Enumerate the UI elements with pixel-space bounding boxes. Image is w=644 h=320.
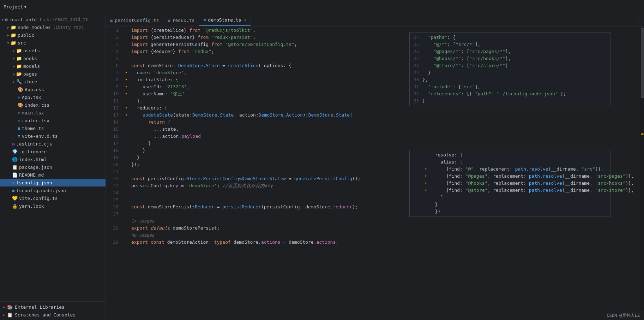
popup-line-number: 30 (410, 76, 422, 83)
scratches-label: Scratches and Consoles (15, 312, 76, 318)
popup-vite-gutter: 🔸 (422, 187, 429, 194)
tsx-file-icon: ⚛ (18, 118, 20, 123)
sidebar-item-readme[interactable]: 📄 README.md (0, 171, 106, 179)
editor-vertical-scrollbar[interactable] (640, 27, 644, 311)
sidebar-item-models[interactable]: ▶ 📁 models (0, 62, 106, 70)
sidebar-item-app-tsx[interactable]: ⚛ App.tsx (0, 93, 106, 101)
sidebar-item-public[interactable]: ▶ 📁 public (0, 31, 106, 39)
line-number: 25 (106, 196, 123, 203)
line-content: return { (130, 119, 170, 126)
popup-vite-line-6: 🔸 {find: "@store", replacement: path.res… (410, 187, 610, 194)
project-label[interactable]: Project ▼ (4, 4, 26, 10)
sidebar-item-vite-env[interactable]: ≡ vite-env.d.ts (0, 132, 106, 140)
tsx-file-icon: ⚛ (18, 95, 20, 100)
line-number: 5 (106, 55, 123, 62)
sidebar-item-scratches[interactable]: ▶ 📋 Scratches and Consoles (0, 311, 106, 319)
popup-vite-line-9: }) (410, 208, 610, 215)
tree-item-label: index.css (25, 102, 49, 108)
sidebar-item-eslintrc[interactable]: ⚙ .eslintrc.cjs (0, 140, 106, 148)
popup-line-content: "paths": { (422, 34, 456, 41)
line-number: 23 (106, 182, 123, 189)
json-file-icon: 📋 (12, 165, 18, 170)
tree-item-label: yarn.lock (19, 203, 44, 209)
popup-line-content: "@pages/*": ["src/pages/*"], (422, 48, 511, 55)
tree-arrow-icon: ▶ (13, 80, 15, 84)
folder-icon: 📁 (11, 40, 16, 46)
tree-arrow-icon: ▶ (13, 57, 15, 60)
usage-hint-29: no usages (106, 232, 640, 239)
line-number: 12 (106, 105, 123, 112)
tree-item-label: assets (23, 48, 40, 53)
tree-item-label: node_modules (18, 25, 51, 30)
sidebar-item-react-antd-ts[interactable]: ▼ ⚙ react_antd_ts E:\react_antd_ts (0, 16, 106, 23)
popup-line-33: 33 } (410, 97, 610, 105)
tree-item-label: tsconfig.json (16, 180, 52, 185)
line-content: initialState: { (130, 76, 178, 83)
project-title-text: Project (4, 4, 23, 10)
sidebar-item-package-json[interactable]: 📋 package.json (0, 163, 106, 171)
folder-purple-icon: 📁 (16, 48, 22, 53)
sidebar-item-app-css[interactable]: 🎨 App.css (0, 85, 106, 93)
tree-item-label: theme.ts (22, 126, 44, 131)
folder-icon: 📁 (11, 25, 16, 30)
sidebar-item-theme-ts[interactable]: ≡ theme.ts (0, 124, 106, 132)
sidebar-item-tsconfig-json[interactable]: ≡ tsconfig.json (0, 179, 106, 186)
code-line-28: 28 export default demoStorePersist; (106, 225, 640, 232)
sidebar-item-pages[interactable]: ▶ 📂 pages (0, 70, 106, 78)
line-content: name: 'demoStore', (130, 69, 187, 76)
sidebar-tree[interactable]: ▼ ⚙ react_antd_ts E:\react_antd_ts ▶ 📁 n… (0, 14, 106, 301)
tab-demo-store[interactable]: ≡ demoStore.ts ✕ (199, 14, 251, 27)
scrollbar-thumb[interactable] (641, 28, 644, 98)
external-libs-label: External Libraries (15, 304, 65, 310)
popup-vite-content: resolve: { alias: [ 🔸 {find: "@", replac… (410, 150, 610, 217)
sidebar-item-yarn-lock[interactable]: 🔒 yarn.lock (0, 202, 106, 210)
tree-item-label: tsconfig.node.json (16, 188, 66, 193)
line-content: ...state, (130, 126, 179, 133)
line-gutter: 🔸 (123, 69, 130, 76)
tab-persist-config[interactable]: ≡ persistConfig.ts (106, 14, 163, 27)
sidebar-item-src[interactable]: ▼ 📁 src (0, 39, 106, 47)
popup-line-number: 26 (410, 48, 422, 55)
sidebar-item-index-css[interactable]: 🎨 index.css (0, 101, 106, 109)
ts-icon: ≡ (110, 18, 113, 23)
sidebar-item-external-libraries[interactable]: ▶ 📚 External Libraries (0, 303, 106, 311)
line-number: 20 (106, 161, 123, 168)
sidebar-item-tsconfig-node-json[interactable]: ≡ tsconfig.node.json (0, 186, 106, 194)
popup-vite-line-2: alias: [ (410, 159, 610, 166)
gutter-warning-icon: 🔸 (124, 105, 129, 112)
folder-icon: 📁 (11, 32, 16, 38)
popup-tsconfig-content: 24 "paths": { 25 "@/*": ["src/*"], 26 "@… (410, 32, 610, 106)
tree-item-label: vite.config.ts (19, 196, 58, 201)
popup-line-content: ] (429, 194, 443, 201)
tab-redux[interactable]: ≡ redux.ts (163, 14, 199, 27)
scroll-marker (641, 134, 644, 135)
code-line-13: 13 🔸 updateState(state:DemoStore.State, … (106, 112, 640, 119)
sidebar-item-index-html[interactable]: 🌐 index.html (0, 155, 106, 163)
gutter-warning-icon: 🔸 (124, 90, 129, 97)
popup-line-number: 27 (410, 55, 422, 62)
tree-item-label: pages (23, 71, 37, 77)
tab-close-icon[interactable]: ✕ (244, 18, 246, 22)
popup-line-24: 24 "paths": { (410, 34, 610, 41)
tab-overflow-menu-icon[interactable]: ⋮ (632, 18, 644, 23)
tree-item-label: public (18, 32, 34, 38)
gutter-warning-icon: 🔸 (124, 112, 129, 119)
sidebar-item-node-modules[interactable]: ▶ 📁 node_modules library root (0, 23, 106, 31)
sidebar-item-vite-config[interactable]: 💛 vite.config.ts (0, 194, 106, 202)
tree-item-label: hooks (23, 56, 37, 61)
ts-icon: ≡ (203, 18, 206, 23)
line-number: 29 (106, 239, 123, 246)
sidebar-item-store[interactable]: ▶ 🔧 store (0, 78, 106, 85)
tree-item-label: vite-env.d.ts (22, 134, 58, 139)
sidebar-item-main-tsx[interactable]: ⚛ main.tsx (0, 109, 106, 117)
tab-bar: ≡ persistConfig.ts ≡ redux.ts ≡ demoStor… (106, 14, 644, 27)
line-content: userId: '213213', (130, 83, 189, 90)
sidebar-item-gitignore[interactable]: 💎 .gitignore (0, 148, 106, 155)
sidebar-item-assets[interactable]: ▶ 📁 assets (0, 47, 106, 54)
line-number: 22 (106, 175, 123, 182)
line-number: 27 (106, 211, 123, 218)
sidebar-item-router-tsx[interactable]: ⚛ router.tsx (0, 117, 106, 124)
code-line-15: 15 ...state, (106, 126, 640, 133)
sidebar-item-hooks[interactable]: ▶ 📁 hooks (0, 54, 106, 62)
popup-line-31: 31 "include": ["src"], (410, 83, 610, 90)
